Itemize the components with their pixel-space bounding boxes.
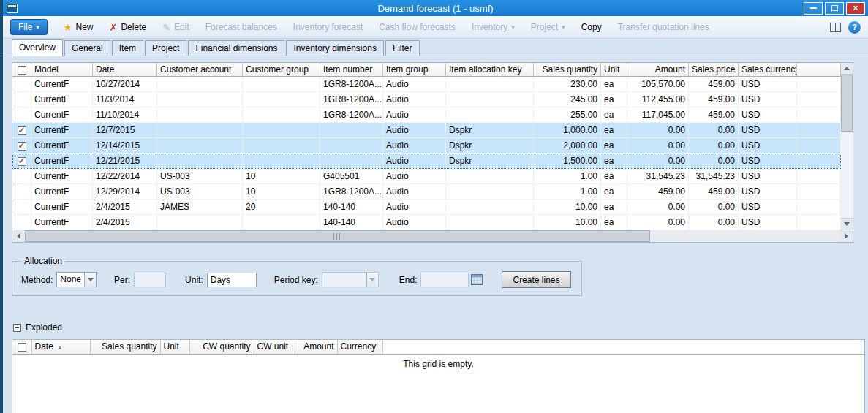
exploded-column-header-unit[interactable]: Unit [160, 340, 189, 354]
calendar-icon[interactable] [471, 274, 483, 285]
tab-project[interactable]: Project [145, 40, 186, 56]
table-row[interactable]: CurrentF12/7/2015AudioDspkr1,000.00ea0.0… [12, 123, 841, 138]
method-dropdown-icon[interactable] [84, 273, 96, 287]
table-row[interactable]: CurrentF2/4/2015140-140Audio10.00ea0.000… [12, 215, 841, 230]
horizontal-scrollbar[interactable] [12, 230, 853, 243]
select-all-checkbox[interactable] [18, 66, 26, 75]
unit-input[interactable] [207, 273, 257, 287]
grid-cell [320, 138, 383, 154]
exploded-column-header-cw-quantity[interactable]: CW quantity [189, 340, 254, 354]
horizontal-scroll-track[interactable] [650, 230, 840, 242]
column-header-item-allocation-key[interactable]: Item allocation key [446, 63, 534, 77]
per-input[interactable] [134, 273, 166, 287]
new-button[interactable]: ★New [64, 22, 94, 32]
close-button[interactable]: × [846, 2, 865, 15]
row-select-cell[interactable] [12, 107, 31, 123]
exploded-column-header-sales-quantity[interactable]: Sales quantity [90, 340, 160, 354]
scroll-down-button[interactable] [841, 218, 853, 230]
table-row[interactable]: CurrentF12/21/2015AudioDspkr1,500.00ea0.… [12, 154, 841, 169]
period-key-select[interactable] [322, 272, 379, 287]
window-panes-icon[interactable] [830, 23, 841, 32]
exploded-select-all-checkbox[interactable] [18, 343, 26, 352]
edit-button: ✎Edit [162, 22, 189, 32]
create-lines-button[interactable]: Create lines [502, 271, 570, 288]
copy-button[interactable]: Copy [581, 22, 602, 32]
tab-filter[interactable]: Filter [385, 40, 420, 56]
end-input[interactable] [420, 273, 469, 287]
column-header-sales-quantity[interactable]: Sales quantity [534, 63, 601, 77]
column-header-item-number[interactable]: Item number [320, 63, 383, 77]
table-row[interactable]: CurrentF11/3/20141GR8-1200A...Audio245.0… [12, 92, 841, 107]
grid-cell: ea [601, 184, 627, 200]
column-header-customer-group[interactable]: Customer group [243, 63, 320, 77]
row-checkbox[interactable] [18, 157, 26, 166]
table-row[interactable]: CurrentF12/22/2014US-00310G405501Audio1.… [12, 169, 841, 184]
scroll-up-button[interactable] [841, 63, 853, 75]
row-select-cell[interactable] [12, 92, 31, 107]
period-key-label: Period key: [274, 275, 318, 285]
row-select-cell[interactable] [12, 138, 31, 154]
row-checkbox[interactable] [18, 126, 26, 135]
select-all-header[interactable] [12, 63, 31, 77]
exploded-column-header-cw-unit[interactable]: CW unit [254, 340, 295, 354]
row-select-cell[interactable] [12, 215, 31, 230]
horizontal-scroll-thumb[interactable] [25, 230, 650, 242]
app-icon[interactable] [7, 4, 18, 13]
tab-item[interactable]: Item [112, 40, 143, 56]
minimize-icon [810, 7, 817, 9]
tab-inventory-dimensions[interactable]: Inventory dimensions [286, 40, 383, 56]
delete-button[interactable]: ✗Delete [110, 22, 147, 32]
exploded-grid: Date▲Sales quantityUnitCW quantityCW uni… [12, 340, 864, 355]
exploded-column-header-date[interactable]: Date▲ [31, 340, 90, 354]
help-icon[interactable]: ? [848, 21, 861, 34]
grid-cell-filler [797, 107, 841, 123]
exploded-section-toggle[interactable]: Exploded [13, 322, 868, 333]
period-key-dropdown-icon [366, 273, 378, 287]
method-select[interactable]: None [56, 272, 97, 287]
scroll-right-button[interactable] [840, 230, 853, 242]
row-select-cell[interactable] [12, 123, 31, 138]
exploded-select-all-header[interactable] [12, 340, 31, 354]
column-header-unit[interactable]: Unit [601, 63, 627, 77]
tab-financial-dimensions[interactable]: Financial dimensions [188, 40, 284, 56]
exploded-column-header-currency[interactable]: Currency [337, 340, 382, 354]
tab-overview[interactable]: Overview [12, 39, 63, 56]
table-row[interactable]: CurrentF11/10/20141GR8-1200A...Audio255.… [12, 107, 841, 123]
table-row[interactable]: CurrentF12/29/2014US-003101GR8-1200A...A… [12, 184, 841, 200]
exploded-column-header-amount[interactable]: Amount [295, 340, 337, 354]
grid-cell: 1,500.00 [534, 154, 601, 169]
grid-cell: USD [739, 169, 797, 184]
row-select-cell[interactable] [12, 154, 31, 169]
column-header-sales-currency[interactable]: Sales currency [739, 63, 797, 77]
unit-label: Unit: [185, 275, 203, 285]
table-row[interactable]: CurrentF10/27/20141GR8-1200A...Audio230.… [12, 77, 841, 92]
grid-cell: ea [601, 154, 627, 169]
minimize-button[interactable] [804, 2, 823, 15]
table-row[interactable]: CurrentF2/4/2015JAMES20140-140Audio10.00… [12, 200, 841, 215]
grid-cell [446, 215, 534, 230]
column-header-customer-account[interactable]: Customer account [157, 63, 243, 77]
grid-cell: 0.00 [627, 215, 689, 230]
grid-cell: 12/21/2015 [93, 154, 157, 169]
grid-cell: 140-140 [320, 200, 383, 215]
table-row[interactable]: CurrentF12/14/2015AudioDspkr2,000.00ea0.… [12, 138, 841, 154]
vertical-scrollbar[interactable] [841, 62, 853, 230]
tab-general[interactable]: General [64, 40, 110, 56]
row-select-cell[interactable] [12, 200, 31, 215]
column-header-model[interactable]: Model [31, 63, 93, 77]
maximize-button[interactable] [825, 2, 844, 15]
row-select-cell[interactable] [12, 77, 31, 92]
row-select-cell[interactable] [12, 169, 31, 184]
column-header-sales-price[interactable]: Sales price [689, 63, 739, 77]
row-checkbox[interactable] [18, 142, 26, 151]
column-header-amount[interactable]: Amount [627, 63, 689, 77]
column-header-item-group[interactable]: Item group [383, 63, 446, 77]
grid-cell: JAMES [157, 200, 243, 215]
vertical-scroll-thumb[interactable] [841, 75, 853, 132]
collapse-icon[interactable] [13, 324, 21, 332]
scroll-left-button[interactable] [12, 230, 25, 242]
column-header-date[interactable]: Date [93, 63, 157, 77]
row-select-cell[interactable] [12, 184, 31, 200]
tab-strip: OverviewGeneralItemProjectFinancial dime… [3, 39, 868, 56]
file-menu-button[interactable]: File ▾ [10, 19, 48, 35]
